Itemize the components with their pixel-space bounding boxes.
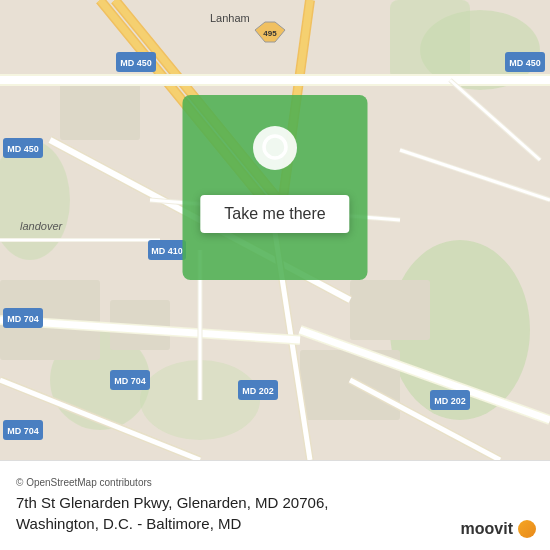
svg-text:MD 410: MD 410 [151, 246, 183, 256]
svg-text:MD 450: MD 450 [7, 144, 39, 154]
svg-point-64 [253, 126, 297, 170]
svg-text:MD 704: MD 704 [114, 376, 146, 386]
svg-text:MD 704: MD 704 [7, 314, 39, 324]
svg-text:MD 202: MD 202 [242, 386, 274, 396]
map-container: MD 450 MD 450 MD 410 MD 704 MD 704 MD 70… [0, 0, 550, 460]
map-pin [245, 120, 305, 180]
address-line1: 7th St Glenarden Pkwy, Glenarden, MD 207… [16, 494, 328, 511]
moovit-logo-text: moovit [461, 520, 513, 538]
svg-text:MD 202: MD 202 [434, 396, 466, 406]
svg-text:landover: landover [20, 220, 64, 232]
address-text: 7th St Glenarden Pkwy, Glenarden, MD 207… [16, 492, 534, 534]
svg-rect-11 [60, 80, 140, 140]
svg-text:Lanham: Lanham [210, 12, 250, 24]
svg-text:MD 704: MD 704 [7, 426, 39, 436]
moovit-logo: moovit [461, 520, 536, 538]
take-me-there-button[interactable]: Take me there [200, 195, 349, 233]
svg-rect-5 [390, 0, 470, 80]
attribution-text: © OpenStreetMap contributors [16, 477, 534, 488]
address-line2: Washington, D.C. - Baltimore, MD [16, 515, 241, 532]
bottom-bar: © OpenStreetMap contributors 7th St Glen… [0, 460, 550, 550]
moovit-logo-icon [518, 520, 536, 538]
svg-text:495: 495 [263, 29, 277, 38]
svg-text:MD 450: MD 450 [509, 58, 541, 68]
svg-rect-9 [350, 280, 430, 340]
svg-text:MD 450: MD 450 [120, 58, 152, 68]
